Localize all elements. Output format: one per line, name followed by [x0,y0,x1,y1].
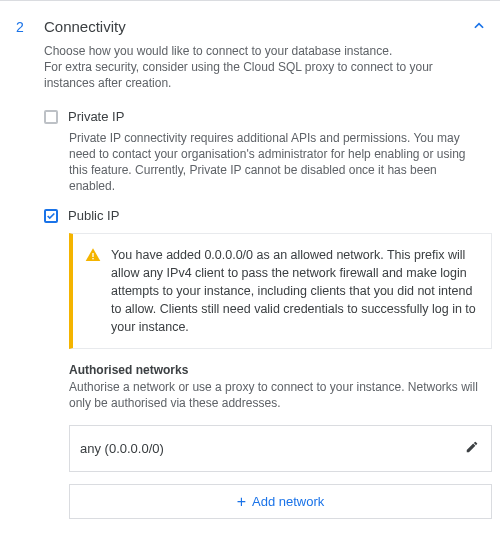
section-header: 2 Connectivity Choose how you would like… [16,17,492,91]
private-ip-checkbox-row[interactable]: Private IP [44,109,492,124]
connectivity-section: 2 Connectivity Choose how you would like… [0,0,500,547]
add-network-label: Add network [252,494,324,509]
private-ip-option: Private IP Private IP connectivity requi… [44,109,492,194]
warning-banner: You have added 0.0.0.0/0 as an allowed n… [69,233,492,349]
header-main: Connectivity Choose how you would like t… [44,17,452,91]
network-entry-label: any (0.0.0.0/0) [80,441,164,456]
warning-text: You have added 0.0.0.0/0 as an allowed n… [111,246,477,336]
private-ip-label: Private IP [68,109,124,124]
public-ip-checkbox-row[interactable]: Public IP [44,208,492,223]
authorised-networks-description: Authorise a network or use a proxy to co… [69,379,492,411]
public-ip-option: Public IP You have added 0.0.0.0/0 as an… [44,208,492,519]
network-entry-row: any (0.0.0.0/0) [69,425,492,472]
collapse-toggle[interactable] [466,17,492,35]
pencil-icon [465,440,479,454]
warning-icon [85,247,101,336]
section-title: Connectivity [44,17,452,37]
section-body: Private IP Private IP connectivity requi… [44,109,492,519]
chevron-up-icon [472,19,486,33]
public-ip-subsection: You have added 0.0.0.0/0 as an allowed n… [69,233,492,519]
add-network-button[interactable]: + Add network [69,484,492,519]
edit-network-button[interactable] [463,438,481,459]
public-ip-checkbox[interactable] [44,209,58,223]
section-description: Choose how you would like to connect to … [44,43,452,91]
step-number: 2 [16,17,30,37]
private-ip-description: Private IP connectivity requires additio… [69,130,484,194]
private-ip-checkbox[interactable] [44,110,58,124]
svg-rect-0 [92,253,93,257]
authorised-networks-heading: Authorised networks [69,363,492,377]
svg-rect-1 [92,258,93,259]
plus-icon: + [237,495,246,508]
public-ip-label: Public IP [68,208,119,223]
